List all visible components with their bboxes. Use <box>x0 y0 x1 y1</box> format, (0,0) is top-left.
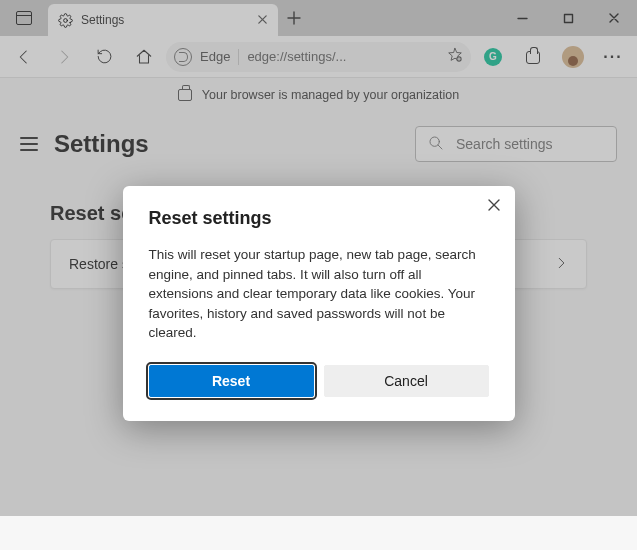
dialog-body: This will reset your startup page, new t… <box>149 245 489 343</box>
cancel-button[interactable]: Cancel <box>324 365 489 397</box>
reset-button[interactable]: Reset <box>149 365 314 397</box>
page-content: Your browser is managed by your organiza… <box>0 78 637 550</box>
reset-dialog: Reset settings This will reset your star… <box>123 186 515 421</box>
dialog-close-button[interactable] <box>487 198 501 216</box>
dialog-title: Reset settings <box>149 208 489 229</box>
